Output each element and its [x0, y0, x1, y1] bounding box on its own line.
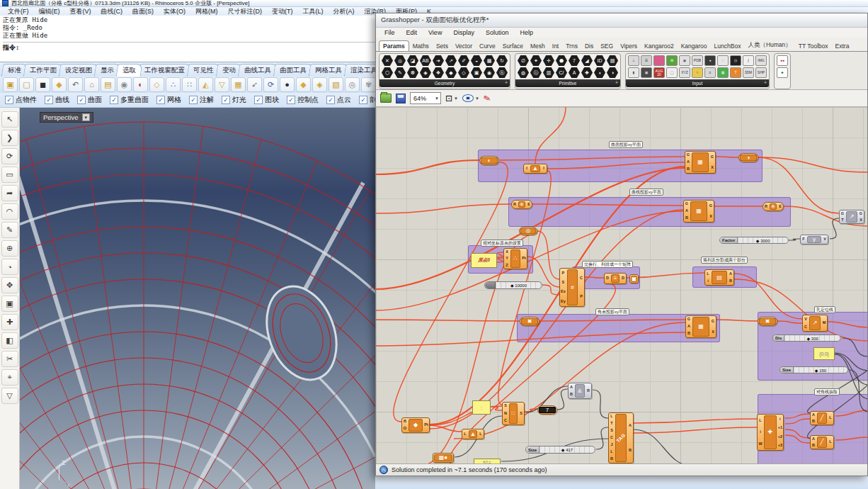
palette-hex-icon-0-14[interactable]: ◒ — [471, 55, 482, 66]
palette-tile-icon-2-3[interactable]: ▣ — [641, 67, 652, 78]
palette-hex-icon-1-12[interactable]: ID — [594, 55, 605, 66]
rhino-menu-item-3[interactable]: 曲线(C) — [96, 7, 128, 16]
filter-checkbox-4[interactable]: ✓ — [156, 96, 165, 104]
gh-tab-1[interactable]: Maths — [409, 41, 433, 51]
component-outputs-23[interactable]: i+1+2+3 — [777, 415, 783, 450]
component-inputs-2[interactable]: GAB — [685, 152, 691, 173]
gh-menu-view[interactable]: View — [423, 29, 447, 36]
palette-hex-icon-0-19[interactable]: Ⓢ — [496, 67, 508, 78]
rhino-menu-item-7[interactable]: 尺寸标注(D) — [223, 7, 268, 16]
gh-menu-display[interactable]: Display — [447, 29, 480, 36]
palette-tile-icon-2-4[interactable] — [653, 55, 665, 66]
canvas-component-13[interactable]: D≡D — [604, 273, 627, 284]
rhino-tool-button-5[interactable]: ◠ — [1, 203, 18, 220]
canvas-component-31[interactable]: AB&R — [568, 383, 592, 399]
component-inputs-13[interactable]: D — [605, 274, 610, 283]
component-outputs-17[interactable]: GX — [710, 316, 716, 337]
rhino-tool-button-4[interactable]: ➦ — [1, 185, 18, 201]
rhino-menu-item-10[interactable]: 分析(A) — [329, 7, 360, 16]
palette-tile-icon-2-9[interactable]: XYZ — [679, 67, 690, 78]
rhino-tab-9[interactable]: 曲面工具 — [273, 64, 313, 77]
canvas-component-18[interactable]: ✖ — [758, 317, 777, 326]
rhino-tool-button-0[interactable]: ↖ — [1, 111, 18, 128]
component-inputs-10[interactable]: XYZ — [504, 249, 510, 269]
canvas-component-4[interactable]: R✳E — [511, 200, 532, 209]
rhino-menu-item-6[interactable]: 网格(M) — [190, 7, 223, 16]
gh-menu-help[interactable]: Help — [514, 29, 539, 36]
gh-tab-16[interactable]: TT Toolbox — [795, 41, 832, 51]
palette-tile-icon-3-1[interactable]: ♣ — [777, 67, 788, 78]
palette-hex-icon-0-17[interactable]: ◉ — [484, 67, 495, 78]
palette-section-expand-0[interactable]: + — [505, 80, 508, 85]
palette-tile-icon-2-17[interactable]: T — [730, 67, 741, 78]
canvas-component-6[interactable]: R✳E — [763, 202, 784, 211]
canvas-component-15[interactable]: Li▤AB — [704, 269, 734, 286]
component-outputs-26[interactable]: Pt — [423, 418, 429, 432]
rhino-toolbar-icon-22[interactable]: ✾ — [361, 77, 376, 92]
rhino-toolbar-icon-4[interactable]: ↶ — [68, 77, 83, 92]
rhino-menu-item-0[interactable]: 文件(F) — [3, 7, 34, 16]
component-outputs-29[interactable]: L — [478, 429, 484, 439]
component-outputs-2[interactable]: GX — [709, 152, 715, 173]
zoom-level-select[interactable]: 64% ▼ — [410, 92, 441, 104]
component-outputs-15[interactable]: AB — [728, 270, 733, 285]
gh-tab-0[interactable]: Params — [379, 40, 409, 52]
canvas-component-7[interactable]: GT↗GX — [839, 210, 864, 224]
palette-hex-icon-0-12[interactable]: ✐ — [458, 55, 469, 66]
viewport-label[interactable]: Perspective ▼ — [40, 112, 93, 123]
rhino-toolbar-icon-8[interactable]: ◐ — [133, 77, 148, 92]
filter-checkbox-6[interactable]: ✓ — [222, 96, 230, 104]
component-outputs-6[interactable]: E — [777, 203, 783, 210]
gh-tab-8[interactable]: Trns — [562, 41, 581, 51]
rhino-tool-button-2[interactable]: ⟳ — [1, 148, 18, 164]
rhino-toolbar-icon-2[interactable]: ◼ — [35, 77, 50, 92]
palette-hex-icon-1-14[interactable]: ▨ — [607, 55, 618, 66]
rhino-toolbar-icon-12[interactable]: ◭ — [198, 77, 213, 92]
component-outputs-36[interactable]: V — [822, 235, 828, 244]
rhino-tool-button-10[interactable]: ▣ — [1, 296, 18, 312]
palette-hex-icon-0-5[interactable]: ❆ — [407, 67, 418, 78]
palette-hex-icon-1-13[interactable]: ◖ — [594, 67, 605, 78]
palette-hex-icon-1-2[interactable]: ✦ — [530, 55, 542, 66]
palette-tile-icon-2-14[interactable]: ∷ — [717, 55, 729, 66]
rhino-toolbar-icon-7[interactable]: ◉ — [117, 77, 132, 92]
grasshopper-title-bar[interactable]: Grasshopper - 双曲面铝板优化程序* — [376, 13, 867, 28]
rhino-toolbar-icon-6[interactable]: ▤ — [101, 77, 115, 92]
grasshopper-canvas[interactable]: 曲面投影xy平面曲线投影xy平面相对坐标原点的设置交换行、列排成一个矩阵将列表分… — [376, 107, 867, 463]
gh-tab-4[interactable]: Curve — [476, 41, 499, 51]
palette-tile-icon-2-1[interactable]: ▮ — [628, 67, 639, 78]
canvas-slider-Factor-37[interactable]: Factor◆ 3000 — [719, 237, 789, 244]
rhino-toolbar-icon-15[interactable]: ➶ — [247, 77, 262, 92]
slider-track-37[interactable]: ◆ 3000 — [738, 237, 788, 243]
component-inputs-31[interactable]: AB — [569, 383, 574, 398]
canvas-panel-21[interactable]: {0;0} — [813, 347, 835, 360]
canvas-component-16[interactable]: ✖ — [520, 317, 539, 326]
canvas-component-10[interactable]: XYZ∴Pt — [503, 248, 527, 269]
save-file-icon[interactable] — [396, 94, 406, 103]
component-outputs-24[interactable]: L — [828, 412, 833, 425]
palette-tile-icon-2-5[interactable]: AUG 20 — [653, 67, 665, 78]
component-outputs-25[interactable]: L — [828, 436, 833, 449]
filter-checkbox-10[interactable]: ✓ — [359, 96, 367, 104]
gh-tab-9[interactable]: Dis — [581, 41, 597, 51]
canvas-component-0[interactable]: ◐ — [479, 156, 499, 165]
palette-hex-icon-1-8[interactable]: 7 — [569, 55, 580, 66]
component-inputs-29[interactable]: L — [462, 429, 468, 439]
palette-tile-icon-2-6[interactable]: ✿ — [666, 55, 678, 66]
palette-hex-icon-0-0[interactable]: ✕ — [382, 55, 393, 66]
rhino-menu-item-1[interactable]: 编辑(E) — [34, 7, 65, 16]
component-inputs-12[interactable]: PSExEy — [560, 269, 566, 306]
canvas-component-25[interactable]: AB╱L — [810, 435, 834, 449]
rhino-tool-button-8[interactable]: ◔ — [1, 259, 18, 275]
rhino-viewport[interactable]: Perspective ▼ Z x — [20, 108, 375, 489]
palette-hex-icon-0-16[interactable]: ▩ — [484, 55, 495, 66]
filter-checkbox-0[interactable]: ✓ — [5, 96, 13, 104]
rhino-toolbar-icon-13[interactable]: ▽ — [215, 77, 229, 92]
rhino-menu-item-9[interactable]: 工具(L) — [298, 7, 329, 16]
rhino-menu-item-5[interactable]: 实体(O) — [159, 7, 190, 16]
rhino-tool-button-14[interactable]: ⌖ — [1, 369, 18, 386]
palette-tile-icon-3-0[interactable]: ●● — [777, 55, 788, 66]
rhino-tool-button-6[interactable]: ✎ — [1, 222, 18, 238]
rhino-toolbar-icon-14[interactable]: ▦ — [231, 77, 246, 92]
filter-checkbox-9[interactable]: ✓ — [326, 96, 335, 104]
